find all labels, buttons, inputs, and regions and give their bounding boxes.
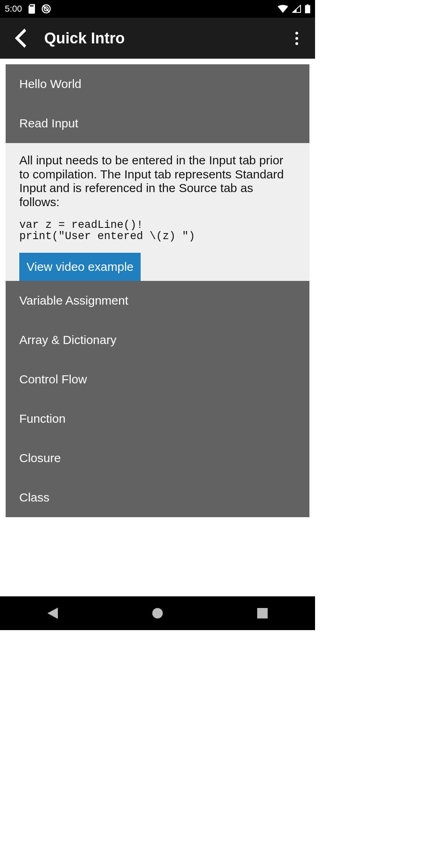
view-video-label: View video example bbox=[27, 260, 133, 274]
system-nav-bar bbox=[0, 596, 315, 630]
list-item-label: Array & Dictionary bbox=[19, 333, 117, 347]
nav-back-icon bbox=[47, 608, 58, 619]
more-options-button[interactable] bbox=[285, 26, 309, 50]
more-vert-icon bbox=[295, 32, 298, 35]
back-button[interactable] bbox=[3, 21, 37, 55]
detail-panel: All input needs to be entered in the Inp… bbox=[6, 143, 309, 281]
app-bar: Quick Intro bbox=[0, 18, 315, 59]
status-bar: 5:00 bbox=[0, 0, 315, 18]
detail-code: var z = readLine()! print("User entered … bbox=[19, 219, 296, 242]
list-item-label: Read Input bbox=[19, 117, 78, 130]
wifi-icon bbox=[278, 5, 288, 13]
view-video-button[interactable]: View video example bbox=[19, 253, 141, 281]
cell-signal-icon bbox=[292, 5, 301, 13]
detail-text: All input needs to be entered in the Inp… bbox=[19, 154, 296, 209]
list-item-read-input[interactable]: Read Input bbox=[6, 104, 309, 143]
list-item-variable-assignment[interactable]: Variable Assignment bbox=[6, 281, 309, 320]
list-item-label: Closure bbox=[19, 451, 61, 465]
battery-icon bbox=[305, 4, 310, 13]
list-item-label: Hello World bbox=[19, 77, 82, 91]
svg-rect-0 bbox=[30, 5, 31, 7]
nav-home-icon bbox=[151, 607, 164, 619]
svg-rect-9 bbox=[257, 608, 268, 618]
list-item-array-dictionary[interactable]: Array & Dictionary bbox=[6, 320, 309, 360]
svg-rect-7 bbox=[307, 4, 309, 5]
do-not-disturb-icon bbox=[41, 4, 51, 14]
list-item-label: Function bbox=[19, 412, 66, 426]
list-item-closure[interactable]: Closure bbox=[6, 438, 309, 478]
list-item-hello-world[interactable]: Hello World bbox=[6, 64, 309, 104]
page-title: Quick Intro bbox=[44, 30, 125, 47]
list-item-control-flow[interactable]: Control Flow bbox=[6, 360, 309, 399]
nav-back-button[interactable] bbox=[37, 601, 69, 625]
list-item-label: Variable Assignment bbox=[19, 294, 128, 307]
list-item-label: Class bbox=[19, 491, 49, 504]
list-item-class[interactable]: Class bbox=[6, 478, 309, 517]
sd-card-icon bbox=[28, 4, 36, 14]
list-item-function[interactable]: Function bbox=[6, 399, 309, 438]
list-item-label: Control Flow bbox=[19, 373, 87, 386]
svg-rect-6 bbox=[305, 5, 310, 13]
nav-recent-button[interactable] bbox=[246, 601, 278, 625]
nav-recent-icon bbox=[257, 608, 268, 618]
nav-home-button[interactable] bbox=[141, 601, 174, 625]
status-time: 5:00 bbox=[5, 4, 22, 14]
svg-rect-1 bbox=[31, 5, 32, 7]
svg-point-8 bbox=[152, 608, 163, 618]
chevron-left-icon bbox=[14, 29, 26, 48]
svg-rect-2 bbox=[33, 5, 33, 7]
content-area: Hello World Read Input All input needs t… bbox=[0, 59, 315, 596]
